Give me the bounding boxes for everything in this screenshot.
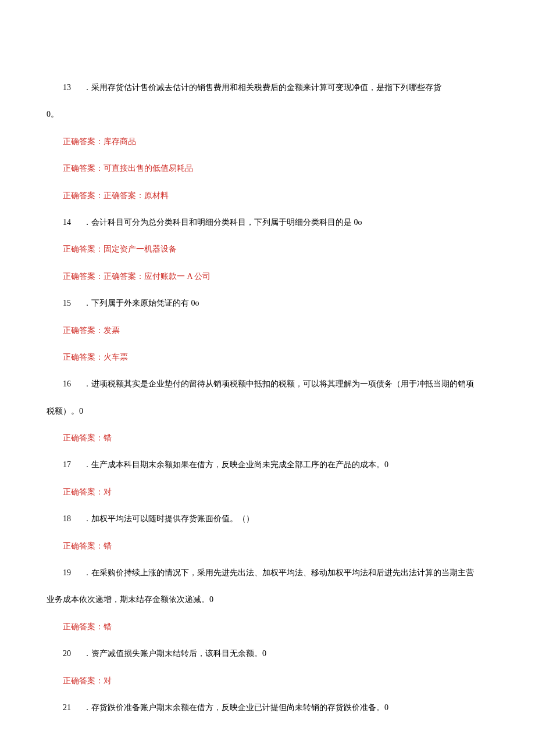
question-line: 15．下列属于外来原始凭证的有 0o <box>47 297 488 310</box>
question-number: 19 <box>63 568 71 577</box>
question-line: 20．资产减值损失账户期末结转后，该科目无余额。0 <box>47 647 488 660</box>
answer-line: 正确答案：错 <box>47 621 488 633</box>
question-text: ．资产减值损失账户期末结转后，该科目无余额。0 <box>83 649 266 658</box>
answer-line: 正确答案：对 <box>47 486 488 499</box>
question-number: 14 <box>63 218 71 227</box>
question-line: 19．在采购价持续上涨的情况下，采用先进先出法、加权平均法、移动加权平均法和后进… <box>47 567 488 579</box>
question-text: ．存货跌价准备账户期末余额在借方，反映企业已计提但尚未转销的存货跌价准备。0 <box>83 703 388 712</box>
question-number: 20 <box>63 649 71 658</box>
question-continuation: 税额）。0 <box>47 405 488 418</box>
question-line: 13．采用存货估计售价减去估计的销售费用和相关税费后的金额来计算可变现净值，是指… <box>47 81 488 94</box>
answer-line: 正确答案：可直接出售的低值易耗品 <box>47 162 488 175</box>
question-number: 13 <box>63 83 71 92</box>
question-line: 18．加权平均法可以随时提供存货账面价值。（） <box>47 513 488 525</box>
document-content: 13．采用存货估计售价减去估计的销售费用和相关税费后的金额来计算可变现净值，是指… <box>47 81 488 714</box>
question-line: 21．存货跌价准备账户期末余额在借方，反映企业已计提但尚未转销的存货跌价准备。0 <box>47 701 488 714</box>
answer-line: 正确答案：错 <box>47 432 488 445</box>
answer-line: 正确答案：固定资产一机器设备 <box>47 243 488 256</box>
answer-line: 正确答案：错 <box>47 540 488 553</box>
question-line: 14．会计科目可分为总分类科目和明细分类科目，下列属于明细分类科目的是 0o <box>47 216 488 229</box>
answer-line: 正确答案：正确答案：应付账款一 A 公司 <box>47 270 488 283</box>
question-number: 16 <box>63 379 71 388</box>
question-text: ．生产成本科目期末余额如果在借方，反映企业尚未完成全部工序的在产品的成本。0 <box>83 460 388 469</box>
question-number: 21 <box>63 703 71 712</box>
answer-line: 正确答案：库存商品 <box>47 135 488 148</box>
question-text: ．采用存货估计售价减去估计的销售费用和相关税费后的金额来计算可变现净值，是指下列… <box>83 83 441 92</box>
question-continuation: 业务成本依次递增，期末结存金额依次递减。0 <box>47 593 488 606</box>
question-number: 15 <box>63 299 71 307</box>
question-number: 18 <box>63 514 71 523</box>
question-text: ．进项税额其实是企业垫付的留待从销项税额中抵扣的税额，可以将其理解为一项债务（用… <box>83 379 474 388</box>
answer-line: 正确答案：发票 <box>47 324 488 337</box>
question-continuation: 0。 <box>47 108 488 121</box>
question-line: 16．进项税额其实是企业垫付的留待从销项税额中抵扣的税额，可以将其理解为一项债务… <box>47 378 488 390</box>
question-line: 17．生产成本科目期末余额如果在借方，反映企业尚未完成全部工序的在产品的成本。0 <box>47 458 488 471</box>
answer-line: 正确答案：对 <box>47 675 488 687</box>
question-text: ．加权平均法可以随时提供存货账面价值。（） <box>83 514 254 523</box>
question-text: ．会计科目可分为总分类科目和明细分类科目，下列属于明细分类科目的是 0o <box>83 218 362 227</box>
answer-line: 正确答案：正确答案：原材料 <box>47 189 488 202</box>
answer-line: 正确答案：火车票 <box>47 351 488 364</box>
question-number: 17 <box>63 460 71 469</box>
question-text: ．下列属于外来原始凭证的有 0o <box>83 299 199 307</box>
question-text: ．在采购价持续上涨的情况下，采用先进先出法、加权平均法、移动加权平均法和后进先出… <box>83 568 474 577</box>
